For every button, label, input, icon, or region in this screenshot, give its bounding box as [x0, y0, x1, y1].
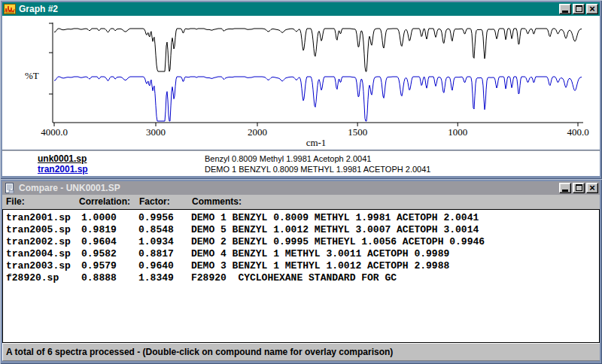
- graph-maximize-button[interactable]: [573, 4, 585, 14]
- table-row[interactable]: f28920.sp0.88881.8349F28920 CYCLOHEXANE …: [3, 272, 599, 284]
- document-icon: [4, 183, 16, 193]
- column-header-comments: Comments:: [192, 196, 242, 207]
- table-row[interactable]: tran2005.sp0.98190.8548DEMO 5 BENZYL 1.0…: [3, 224, 599, 236]
- x-axis-tick-label: 400.0: [567, 126, 588, 138]
- compare-minimize-button[interactable]: [559, 183, 571, 193]
- cell-file: tran2002.sp: [6, 236, 71, 247]
- compare-window-titlebar[interactable]: Compare - UNK0001.SP ×: [2, 181, 600, 195]
- y-axis-title: %T: [25, 70, 39, 81]
- cell-comments: DEMO 2 BENZYL 0.9995 METHEYL 1.0056 ACET…: [191, 236, 485, 247]
- cell-comments: DEMO 5 BENZYL 1.0012 METHYL 3.0007 ACETO…: [191, 224, 479, 235]
- cell-correlation: 1.0000: [81, 212, 117, 223]
- graph-window-title: Graph #2: [19, 4, 558, 14]
- cell-file: tran2005.sp: [6, 224, 71, 235]
- cell-correlation: 0.8888: [81, 272, 117, 284]
- cell-file: tran2003.sp: [6, 260, 71, 271]
- maximize-icon: [576, 5, 582, 12]
- column-header-factor: Factor:: [139, 196, 170, 207]
- cell-factor: 0.8548: [138, 224, 174, 235]
- compare-window-controls: ×: [558, 183, 598, 193]
- x-axis-title: cm-1: [306, 137, 327, 148]
- application-screen: Graph #2 × 4000.03000200015001000400.0cm…: [0, 0, 602, 364]
- minimize-icon: [562, 190, 568, 192]
- legend-description: DEMO 1 BENZYL 0.8009 METHYL 1.9981 ACETO…: [205, 165, 430, 174]
- compare-window: Compare - UNK0001.SP × File: Correlation…: [0, 179, 602, 364]
- cell-correlation: 0.9819: [81, 224, 117, 235]
- cell-file: tran2004.sp: [6, 248, 71, 259]
- graph-minimize-button[interactable]: [559, 4, 571, 14]
- graph-window: Graph #2 × 4000.03000200015001000400.0cm…: [0, 0, 602, 179]
- table-row[interactable]: tran2002.sp0.96041.0934DEMO 2 BENZYL 0.9…: [3, 236, 599, 248]
- x-axis-tick-label: 2000: [248, 126, 267, 138]
- spectrum-chart-icon: [4, 4, 16, 14]
- column-header-correlation: Correlation:: [79, 196, 130, 207]
- graph-close-button[interactable]: ×: [586, 4, 598, 14]
- ir-spectrum-chart: 4000.03000200015001000400.0cm-1%T: [2, 16, 600, 150]
- cell-factor: 1.0934: [138, 236, 174, 247]
- status-bar: A total of 6 spectra processed - (Double…: [2, 343, 600, 361]
- cell-comments: F28920 CYCLOHEXANE STANDARD FOR GC: [191, 272, 397, 284]
- status-text: A total of 6 spectra processed - (Double…: [6, 347, 393, 357]
- table-row[interactable]: tran2004.sp0.95820.8817DEMO 4 BENZYL 1 M…: [3, 248, 599, 260]
- cell-file: f28920.sp: [6, 272, 59, 284]
- x-axis-tick-label: 1000: [448, 126, 467, 138]
- spectrum-plot-area[interactable]: 4000.03000200015001000400.0cm-1%T: [2, 16, 600, 150]
- results-column-headers: File: Correlation: Factor: Comments:: [2, 195, 600, 209]
- cell-factor: 0.8817: [138, 248, 174, 259]
- legend-row: tran2001.spDEMO 1 BENZYL 0.8009 METHYL 1…: [2, 164, 600, 174]
- x-axis-tick-label: 3000: [146, 126, 166, 138]
- compare-maximize-button[interactable]: [573, 183, 585, 193]
- compare-close-button[interactable]: ×: [586, 183, 598, 193]
- cell-correlation: 0.9579: [81, 260, 117, 271]
- cell-factor: 0.9956: [138, 212, 174, 223]
- cell-correlation: 0.9582: [81, 248, 117, 259]
- legend-description: Benzyl 0.8009 Methyl 1.9981 Acetoph 2.00…: [205, 154, 371, 163]
- maximize-icon: [576, 184, 582, 191]
- cell-factor: 0.9640: [138, 260, 174, 271]
- graph-window-titlebar[interactable]: Graph #2 ×: [2, 2, 600, 16]
- results-table: tran2001.sp1.00000.9956DEMO 1 BENZYL 0.8…: [2, 209, 600, 343]
- x-axis-tick-label: 4000.0: [41, 126, 68, 138]
- cell-correlation: 0.9604: [81, 236, 117, 247]
- minimize-icon: [562, 11, 568, 13]
- spectrum-trace-tran2001.sp: [54, 77, 582, 121]
- close-icon: ×: [589, 5, 595, 13]
- axis-lines: [53, 23, 583, 123]
- legend-filename-link[interactable]: tran2001.sp: [38, 164, 88, 174]
- cell-factor: 1.8349: [138, 272, 174, 284]
- graph-window-controls: ×: [558, 4, 598, 14]
- table-row[interactable]: tran2001.sp1.00000.9956DEMO 1 BENZYL 0.8…: [3, 212, 599, 224]
- legend-filename-link[interactable]: unk0001.sp: [38, 153, 87, 164]
- spectrum-legend: unk0001.spBenzyl 0.8009 Methyl 1.9981 Ac…: [2, 152, 600, 176]
- cell-comments: DEMO 1 BENZYL 0.8009 METHYL 1.9981 ACETO…: [191, 212, 479, 223]
- close-icon: ×: [589, 184, 595, 192]
- cell-comments: DEMO 3 BENZYL 1 METHYL 1.0012 ACETOPH 2.…: [191, 260, 449, 271]
- x-axis-tick-label: 1500: [348, 126, 367, 138]
- column-header-file: File:: [6, 196, 25, 207]
- legend-row: unk0001.spBenzyl 0.8009 Methyl 1.9981 Ac…: [2, 153, 600, 164]
- spectrum-trace-unk0001.sp: [54, 29, 582, 71]
- cell-file: tran2001.sp: [6, 212, 71, 223]
- compare-window-title: Compare - UNK0001.SP: [19, 183, 558, 193]
- table-row[interactable]: tran2003.sp0.95790.9640DEMO 3 BENZYL 1 M…: [3, 260, 599, 272]
- cell-comments: DEMO 4 BENZYL 1 METHYL 3.0011 ACETOPH 0.…: [191, 248, 449, 259]
